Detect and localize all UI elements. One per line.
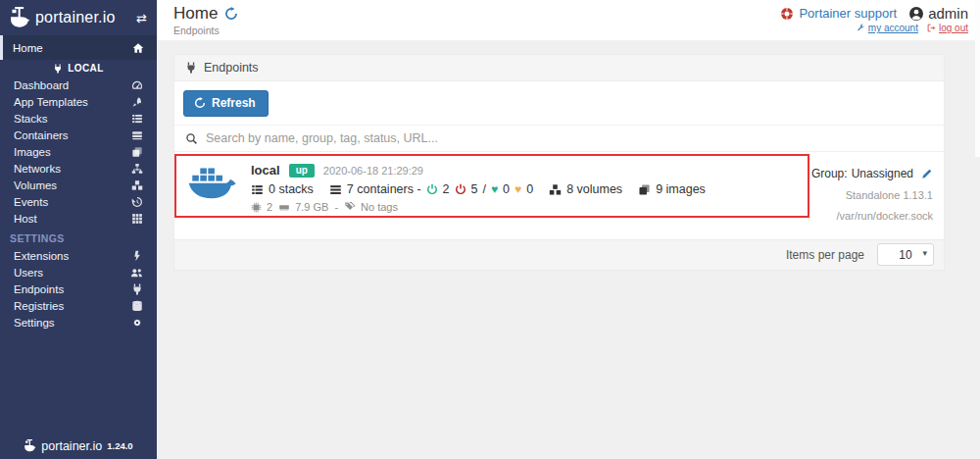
main-content: Endpoints Refresh [157, 40, 980, 459]
sidebar-footer: portainer.io 1.24.0 [0, 438, 157, 453]
top-header: Home Endpoints Portainer support [157, 0, 980, 40]
grid-icon [131, 213, 143, 225]
sidebar-item-dashboard[interactable]: Dashboard [0, 76, 157, 93]
log-out-link[interactable]: log out [927, 23, 968, 33]
refresh-icon [194, 97, 206, 109]
sidebar-item-networks[interactable]: Networks [0, 160, 157, 177]
my-account-label: my account [868, 23, 918, 33]
rocket-icon [131, 96, 143, 108]
cpu-stat: 2 [251, 201, 272, 213]
caret-down-icon: ▾ [922, 248, 927, 258]
sidebar-collapse-icon[interactable]: ⇄ [136, 11, 147, 26]
sidebar-item-settings[interactable]: Settings [0, 314, 157, 331]
endpoint-type: Standalone 1.13.1 [811, 185, 933, 206]
sidebar-item-home[interactable]: Home [0, 35, 157, 60]
server-icon [329, 183, 342, 196]
footer-logo-text: portainer.io [41, 439, 102, 453]
sidebar-item-volumes[interactable]: Volumes [0, 177, 157, 193]
sidebar-item-containers[interactable]: Containers [0, 127, 157, 143]
search-icon [185, 132, 198, 145]
clone-icon [638, 183, 651, 196]
microchip-icon [251, 202, 262, 213]
portainer-app: portainer.io ⇄ Home LOCAL Dashboard App … [0, 0, 980, 459]
search-input[interactable] [206, 131, 933, 145]
search-bar [174, 125, 944, 152]
sidebar-item-app-templates[interactable]: App Templates [0, 93, 157, 110]
user-circle-icon [908, 6, 924, 22]
endpoint-info: local up 2020-06-18 21:29:29 0 stacks 7 … [251, 163, 706, 213]
clone-icon [131, 146, 143, 158]
sidebar-item-extensions[interactable]: Extensions [0, 247, 157, 264]
list-icon [131, 113, 143, 125]
power-on-icon [426, 183, 438, 195]
users-icon [130, 267, 143, 279]
sidebar-item-stacks[interactable]: Stacks [0, 110, 157, 127]
wrench-icon [857, 24, 865, 32]
cpu-count: 2 [267, 201, 272, 213]
plug-icon [131, 283, 143, 295]
endpoints-widget: Endpoints Refresh [173, 54, 945, 271]
local-header-label: LOCAL [68, 63, 103, 74]
bolt-icon [131, 250, 143, 262]
endpoint-url: /var/run/docker.sock [811, 206, 933, 227]
running-stat: 2 [426, 182, 450, 196]
endpoint-row-local[interactable]: local up 2020-06-18 21:29:29 0 stacks 7 … [174, 152, 944, 239]
power-off-icon [455, 183, 466, 195]
portainer-support-link[interactable]: Portainer support [780, 6, 897, 21]
breadcrumb: Endpoints [173, 25, 238, 36]
sidebar-item-endpoints[interactable]: Endpoints [0, 280, 157, 297]
sidebar-item-images[interactable]: Images [0, 143, 157, 160]
item-label: App Templates [14, 96, 88, 108]
stacks-count: 0 stacks [269, 182, 314, 196]
sidebar-item-registries[interactable]: Registries [0, 297, 157, 314]
database-icon [131, 300, 143, 312]
images-count: 9 images [656, 182, 706, 196]
user-menu[interactable]: admin [908, 5, 968, 22]
widget-footer: Items per page 10 ▾ [174, 239, 944, 270]
cubes-icon [131, 179, 143, 191]
healthy-heart-icon: ♥ [491, 183, 498, 195]
sidebar-logo-row: portainer.io ⇄ [0, 0, 157, 35]
history-icon [131, 196, 143, 208]
containers-stat: 7 containers - [329, 182, 421, 196]
sidebar-item-events[interactable]: Events [0, 193, 157, 210]
username-label: admin [928, 5, 968, 22]
plug-icon [53, 64, 63, 74]
item-label: Events [14, 196, 48, 208]
server-icon [131, 129, 143, 141]
widget-toolbar: Refresh [174, 81, 944, 125]
healthy-stat: ♥ 0 [491, 182, 510, 196]
refresh-button[interactable]: Refresh [183, 90, 269, 117]
docker-whale-icon [187, 167, 236, 204]
item-label: Images [14, 146, 51, 158]
portainer-logo-icon [9, 6, 30, 29]
sidebar-section-local: LOCAL [0, 60, 157, 76]
page-size-select[interactable]: 10 ▾ [877, 243, 934, 266]
volumes-count: 8 volumes [566, 182, 622, 196]
my-account-link[interactable]: my account [857, 23, 918, 33]
item-label: Volumes [14, 179, 57, 191]
refresh-page-icon[interactable] [224, 7, 238, 21]
item-label: Containers [14, 129, 69, 141]
tags-stat: No tags [344, 201, 398, 213]
item-label: Endpoints [14, 283, 64, 295]
unhealthy-count: 0 [526, 182, 533, 196]
sign-out-icon [927, 24, 936, 32]
endpoint-meta: Group:Unassigned Standalone 1.13.1 /var/… [811, 163, 936, 227]
sitemap-icon [131, 163, 143, 175]
edit-group-icon[interactable] [921, 168, 933, 179]
plug-icon [185, 62, 197, 74]
sidebar-item-host[interactable]: Host [0, 210, 157, 227]
item-label: Dashboard [14, 79, 69, 91]
endpoint-name: local [251, 163, 280, 178]
page-size-value: 10 [899, 248, 911, 262]
scrollbar-track[interactable] [975, 0, 980, 157]
ram-value: 7.9 GB [295, 201, 328, 213]
endpoint-timestamp: 2020-06-18 21:29:29 [323, 165, 423, 177]
item-label: Host [14, 213, 37, 225]
list-icon [251, 183, 264, 196]
dash-separator: - [334, 201, 338, 213]
memory-icon [278, 202, 290, 213]
group-value: Unassigned [852, 163, 913, 185]
sidebar-item-users[interactable]: Users [0, 264, 157, 280]
